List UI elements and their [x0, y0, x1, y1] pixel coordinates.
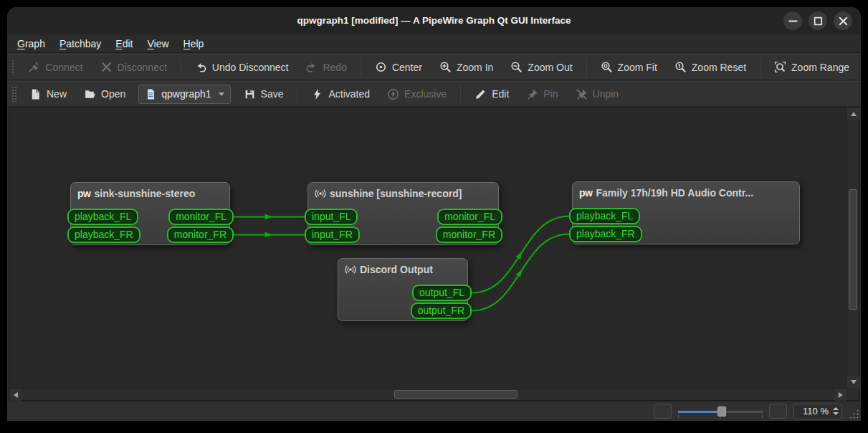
connect-icon: [28, 61, 40, 73]
graph-area[interactable]: pwsink-sunshine-stereoplayback_FLplaybac…: [9, 108, 846, 388]
toolbar-drag-handle[interactable]: [11, 86, 16, 102]
activated-icon: [311, 88, 323, 100]
toolbar-drag-handle[interactable]: [11, 60, 15, 75]
titlebar[interactable]: qpwgraph1 [modified] — A PipeWire Graph …: [7, 7, 861, 34]
node-header[interactable]: pwFamily 17h/19h HD Audio Contr...: [573, 182, 799, 199]
menu-edit[interactable]: Edit: [108, 36, 140, 52]
zoom-slider-fill: [678, 411, 722, 413]
close-button[interactable]: [834, 11, 852, 30]
zoom-in-icon: [439, 61, 452, 73]
wires-svg: [9, 108, 846, 388]
center-button[interactable]: Center: [368, 57, 429, 77]
redo-button[interactable]: Redo: [298, 57, 353, 77]
port-output-fl[interactable]: output_FL: [412, 285, 472, 301]
wire-arrow-icon: [516, 250, 525, 260]
save-icon: [244, 88, 256, 100]
zoom-range-icon: [774, 61, 786, 73]
port-input-fl[interactable]: input_FL: [305, 209, 358, 225]
zoom-in-button[interactable]: Zoom In: [432, 57, 500, 77]
menu-view[interactable]: View: [140, 36, 176, 52]
vertical-scrollbar-thumb[interactable]: [849, 189, 857, 310]
port-playback-fl[interactable]: playback_FL: [67, 209, 138, 225]
port-output-fr[interactable]: output_FR: [411, 303, 472, 319]
zoom-fit-button[interactable]: Zoom Fit: [593, 57, 664, 77]
disconnect-button[interactable]: Disconnect: [93, 57, 174, 77]
exclusive-button[interactable]: Exclusive: [380, 84, 454, 105]
window-title: qpwgraph1 [modified] — A PipeWire Graph …: [7, 7, 861, 34]
port-monitor-fl[interactable]: monitor_FL: [437, 209, 502, 225]
button-label: Zoom In: [457, 62, 493, 73]
port-playback-fr[interactable]: playback_FR: [67, 227, 140, 243]
undo-disconnect-button[interactable]: Undo Disconnect: [188, 57, 296, 77]
button-label: Open: [101, 88, 125, 100]
node-family[interactable]: pwFamily 17h/19h HD Audio Contr...playba…: [572, 181, 800, 244]
stream-icon: [345, 264, 356, 275]
node-header[interactable]: pwsink-sunshine-stereo: [71, 183, 229, 199]
status-zoom-out-button[interactable]: [654, 404, 672, 419]
scroll-left-button[interactable]: [9, 389, 22, 401]
horizontal-scrollbar[interactable]: [9, 388, 846, 400]
save-button[interactable]: Save: [237, 84, 291, 105]
node-header[interactable]: Discord Output: [338, 259, 467, 275]
button-label: New: [47, 88, 67, 100]
zoom-slider[interactable]: [678, 406, 763, 417]
zoom-slider-handle[interactable]: [717, 406, 726, 417]
button-label: Edit: [492, 88, 509, 100]
horizontal-scrollbar-thumb[interactable]: [394, 390, 518, 399]
minimize-button[interactable]: [783, 11, 802, 30]
unpin-button[interactable]: Unpin: [568, 84, 626, 105]
new-icon: [29, 88, 42, 100]
scroll-down-button[interactable]: [847, 376, 859, 388]
connect-button[interactable]: Connect: [21, 57, 90, 77]
spin-up-icon[interactable]: [833, 407, 839, 410]
down-arrow-icon: [851, 380, 857, 384]
port-monitor-fl[interactable]: monitor_FL: [168, 209, 234, 225]
new-button[interactable]: New: [22, 84, 74, 105]
spin-down-icon[interactable]: [833, 412, 839, 415]
menu-graph[interactable]: Graph: [10, 36, 52, 52]
button-label: Center: [392, 62, 422, 73]
button-label: Connect: [45, 62, 82, 73]
maximize-button[interactable]: [809, 11, 827, 30]
redo-icon: [305, 61, 318, 73]
chevron-down-icon: [219, 92, 224, 96]
status-zoom-in-button[interactable]: [769, 404, 787, 419]
patchbay-file-combo[interactable]: qpwgraph1: [138, 85, 230, 104]
zoom-range-button[interactable]: Zoom Range: [767, 57, 857, 77]
port-input-fr[interactable]: input_FR: [305, 227, 360, 243]
zoom-reset-button[interactable]: Zoom Reset: [667, 57, 753, 77]
button-label: Redo: [323, 62, 346, 73]
file-doc-icon: [145, 88, 157, 100]
port-monitor-fr[interactable]: monitor_FR: [167, 227, 234, 243]
zoom-fit-icon: [601, 61, 613, 73]
node-sink[interactable]: pwsink-sunshine-stereoplayback_FLplaybac…: [70, 182, 230, 245]
edit-button[interactable]: Edit: [467, 84, 516, 105]
button-label: Save: [261, 88, 284, 100]
port-playback-fr[interactable]: playback_FR: [569, 226, 642, 242]
vertical-scrollbar[interactable]: [846, 108, 859, 388]
button-label: Exclusive: [404, 88, 447, 100]
open-button[interactable]: Open: [77, 84, 133, 105]
scroll-right-button[interactable]: [834, 389, 846, 401]
toolbar-separator: [297, 85, 297, 103]
node-sunshine[interactable]: sunshine [sunshine-record]input_FLinput_…: [307, 182, 499, 245]
pin-button[interactable]: Pin: [519, 84, 565, 105]
zoom-spinbox[interactable]: 110 %: [793, 404, 842, 419]
minimize-icon: [787, 15, 799, 27]
toolbar-separator: [361, 59, 361, 76]
exclusive-icon: [387, 88, 399, 100]
menu-patchbay[interactable]: Patchbay: [52, 36, 108, 52]
spin-arrows[interactable]: [833, 407, 839, 415]
menu-help[interactable]: Help: [176, 36, 211, 52]
resize-grip[interactable]: [849, 409, 859, 419]
node-title: sunshine [sunshine-record]: [330, 188, 462, 199]
zoom-out-button[interactable]: Zoom Out: [503, 57, 579, 77]
node-discord[interactable]: Discord Outputoutput_FLoutput_FR: [338, 258, 468, 321]
node-header[interactable]: sunshine [sunshine-record]: [308, 183, 498, 199]
port-monitor-fr[interactable]: monitor_FR: [436, 227, 502, 243]
zoom-value: 110 %: [800, 406, 829, 417]
scroll-up-button[interactable]: [847, 108, 859, 120]
activated-button[interactable]: Activated: [304, 84, 377, 105]
port-playback-fl[interactable]: playback_FL: [569, 208, 640, 224]
button-label: Zoom Reset: [692, 62, 746, 73]
